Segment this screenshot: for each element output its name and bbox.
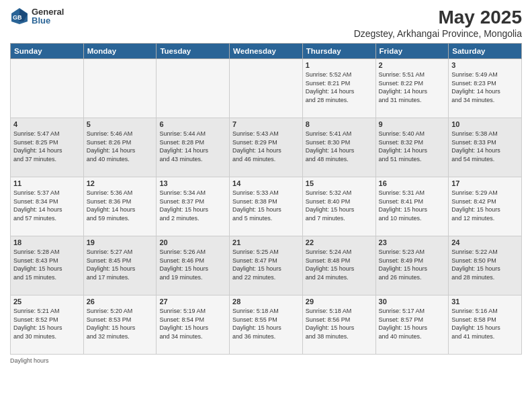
col-tuesday: Tuesday: [157, 44, 230, 59]
calendar-cell: 11Sunrise: 5:37 AM Sunset: 8:34 PM Dayli…: [11, 177, 84, 236]
day-number: 22: [306, 238, 373, 246]
day-info: Sunrise: 5:17 AM Sunset: 8:57 PM Dayligh…: [379, 307, 446, 340]
calendar-cell: [11, 59, 84, 118]
calendar-cell: 3Sunrise: 5:49 AM Sunset: 8:23 PM Daylig…: [449, 59, 522, 118]
calendar-cell: 17Sunrise: 5:29 AM Sunset: 8:42 PM Dayli…: [449, 177, 522, 236]
day-info: Sunrise: 5:44 AM Sunset: 8:28 PM Dayligh…: [159, 130, 226, 163]
week-row-2: 4Sunrise: 5:47 AM Sunset: 8:25 PM Daylig…: [11, 118, 522, 177]
day-number: 30: [379, 298, 446, 306]
day-number: 19: [87, 238, 154, 246]
day-number: 21: [232, 238, 300, 246]
logo-text: General Blue: [32, 7, 64, 25]
day-number: 12: [87, 179, 154, 187]
week-row-1: 1Sunrise: 5:52 AM Sunset: 8:21 PM Daylig…: [11, 59, 522, 118]
calendar-cell: 10Sunrise: 5:38 AM Sunset: 8:33 PM Dayli…: [449, 118, 522, 177]
day-number: 16: [379, 179, 446, 187]
calendar-cell: 20Sunrise: 5:26 AM Sunset: 8:46 PM Dayli…: [157, 236, 230, 295]
logo-blue-text: Blue: [32, 16, 64, 25]
logo-icon: GB: [10, 7, 29, 26]
day-number: 8: [306, 120, 373, 128]
calendar-cell: 5Sunrise: 5:46 AM Sunset: 8:26 PM Daylig…: [83, 118, 157, 177]
day-info: Sunrise: 5:25 AM Sunset: 8:47 PM Dayligh…: [232, 248, 300, 281]
day-number: 29: [306, 298, 373, 306]
day-number: 20: [159, 238, 226, 246]
week-row-5: 25Sunrise: 5:21 AM Sunset: 8:52 PM Dayli…: [11, 295, 522, 355]
footer-text: Daylight hours: [10, 357, 49, 364]
day-info: Sunrise: 5:41 AM Sunset: 8:30 PM Dayligh…: [306, 130, 373, 163]
calendar-cell: 7Sunrise: 5:43 AM Sunset: 8:29 PM Daylig…: [230, 118, 303, 177]
day-info: Sunrise: 5:36 AM Sunset: 8:36 PM Dayligh…: [87, 189, 154, 222]
day-info: Sunrise: 5:22 AM Sunset: 8:50 PM Dayligh…: [451, 248, 519, 281]
day-info: Sunrise: 5:31 AM Sunset: 8:41 PM Dayligh…: [379, 189, 446, 222]
calendar-cell: 16Sunrise: 5:31 AM Sunset: 8:41 PM Dayli…: [375, 177, 449, 236]
week-row-4: 18Sunrise: 5:28 AM Sunset: 8:43 PM Dayli…: [11, 236, 522, 295]
calendar-cell: 23Sunrise: 5:23 AM Sunset: 8:49 PM Dayli…: [375, 236, 449, 295]
day-number: 5: [87, 120, 154, 128]
calendar-cell: 21Sunrise: 5:25 AM Sunset: 8:47 PM Dayli…: [230, 236, 303, 295]
day-info: Sunrise: 5:20 AM Sunset: 8:53 PM Dayligh…: [87, 307, 154, 340]
day-number: 31: [451, 298, 519, 306]
day-number: 10: [451, 120, 519, 128]
col-thursday: Thursday: [302, 44, 375, 59]
day-info: Sunrise: 5:52 AM Sunset: 8:21 PM Dayligh…: [306, 71, 373, 104]
calendar-cell: [83, 59, 157, 118]
calendar-cell: 25Sunrise: 5:21 AM Sunset: 8:52 PM Dayli…: [11, 295, 84, 355]
day-info: Sunrise: 5:28 AM Sunset: 8:43 PM Dayligh…: [13, 248, 81, 281]
subtitle: Dzegstey, Arkhangai Province, Mongolia: [354, 28, 522, 39]
calendar-cell: 13Sunrise: 5:34 AM Sunset: 8:37 PM Dayli…: [157, 177, 230, 236]
col-saturday: Saturday: [449, 44, 522, 59]
day-info: Sunrise: 5:27 AM Sunset: 8:45 PM Dayligh…: [87, 248, 154, 281]
day-info: Sunrise: 5:43 AM Sunset: 8:29 PM Dayligh…: [232, 130, 300, 163]
day-number: 14: [232, 179, 300, 187]
day-number: 18: [13, 238, 81, 246]
day-info: Sunrise: 5:18 AM Sunset: 8:56 PM Dayligh…: [306, 307, 373, 340]
calendar-header: Sunday Monday Tuesday Wednesday Thursday…: [11, 44, 522, 59]
calendar-cell: 27Sunrise: 5:19 AM Sunset: 8:54 PM Dayli…: [157, 295, 230, 355]
day-number: 24: [451, 238, 519, 246]
page: GB General Blue May 2025 Dzegstey, Arkha…: [0, 0, 532, 411]
day-number: 27: [159, 298, 226, 306]
calendar-cell: 22Sunrise: 5:24 AM Sunset: 8:48 PM Dayli…: [302, 236, 375, 295]
calendar-cell: 26Sunrise: 5:20 AM Sunset: 8:53 PM Dayli…: [83, 295, 157, 355]
calendar-cell: 15Sunrise: 5:32 AM Sunset: 8:40 PM Dayli…: [302, 177, 375, 236]
day-number: 23: [379, 238, 446, 246]
day-info: Sunrise: 5:24 AM Sunset: 8:48 PM Dayligh…: [306, 248, 373, 281]
calendar-cell: [157, 59, 230, 118]
col-monday: Monday: [83, 44, 157, 59]
day-number: 3: [451, 61, 519, 69]
calendar-body: 1Sunrise: 5:52 AM Sunset: 8:21 PM Daylig…: [11, 59, 522, 355]
calendar-cell: 30Sunrise: 5:17 AM Sunset: 8:57 PM Dayli…: [375, 295, 449, 355]
day-info: Sunrise: 5:33 AM Sunset: 8:38 PM Dayligh…: [232, 189, 300, 222]
calendar-cell: 19Sunrise: 5:27 AM Sunset: 8:45 PM Dayli…: [83, 236, 157, 295]
calendar-cell: 29Sunrise: 5:18 AM Sunset: 8:56 PM Dayli…: [302, 295, 375, 355]
day-info: Sunrise: 5:37 AM Sunset: 8:34 PM Dayligh…: [13, 189, 81, 222]
day-number: 17: [451, 179, 519, 187]
day-info: Sunrise: 5:51 AM Sunset: 8:22 PM Dayligh…: [379, 71, 446, 104]
day-info: Sunrise: 5:16 AM Sunset: 8:58 PM Dayligh…: [451, 307, 519, 340]
calendar-cell: 14Sunrise: 5:33 AM Sunset: 8:38 PM Dayli…: [230, 177, 303, 236]
svg-text:GB: GB: [13, 14, 22, 21]
calendar-cell: 12Sunrise: 5:36 AM Sunset: 8:36 PM Dayli…: [83, 177, 157, 236]
day-info: Sunrise: 5:23 AM Sunset: 8:49 PM Dayligh…: [379, 248, 446, 281]
day-info: Sunrise: 5:29 AM Sunset: 8:42 PM Dayligh…: [451, 189, 519, 222]
calendar-cell: 4Sunrise: 5:47 AM Sunset: 8:25 PM Daylig…: [11, 118, 84, 177]
day-number: 11: [13, 179, 81, 187]
day-number: 9: [379, 120, 446, 128]
footer: Daylight hours: [10, 357, 522, 364]
day-info: Sunrise: 5:46 AM Sunset: 8:26 PM Dayligh…: [87, 130, 154, 163]
day-number: 15: [306, 179, 373, 187]
calendar-cell: [230, 59, 303, 118]
day-info: Sunrise: 5:34 AM Sunset: 8:37 PM Dayligh…: [159, 189, 226, 222]
day-number: 13: [159, 179, 226, 187]
day-number: 28: [232, 298, 300, 306]
day-number: 2: [379, 61, 446, 69]
day-number: 4: [13, 120, 81, 128]
day-info: Sunrise: 5:32 AM Sunset: 8:40 PM Dayligh…: [306, 189, 373, 222]
week-row-3: 11Sunrise: 5:37 AM Sunset: 8:34 PM Dayli…: [11, 177, 522, 236]
calendar-cell: 24Sunrise: 5:22 AM Sunset: 8:50 PM Dayli…: [449, 236, 522, 295]
header: GB General Blue May 2025 Dzegstey, Arkha…: [10, 7, 522, 39]
day-info: Sunrise: 5:21 AM Sunset: 8:52 PM Dayligh…: [13, 307, 81, 340]
col-wednesday: Wednesday: [230, 44, 303, 59]
calendar-cell: 31Sunrise: 5:16 AM Sunset: 8:58 PM Dayli…: [449, 295, 522, 355]
col-sunday: Sunday: [11, 44, 84, 59]
